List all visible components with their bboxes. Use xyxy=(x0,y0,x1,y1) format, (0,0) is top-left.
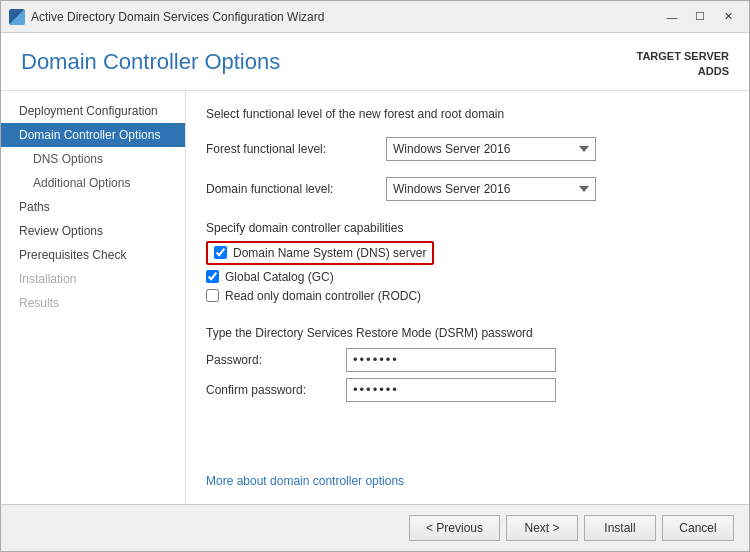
main-window: Active Directory Domain Services Configu… xyxy=(0,0,750,552)
functional-level-label: Select functional level of the new fores… xyxy=(206,107,729,121)
dns-checkbox-highlighted: Domain Name System (DNS) server xyxy=(206,241,434,265)
right-panel: Select functional level of the new fores… xyxy=(186,91,749,504)
capabilities-section: Specify domain controller capabilities D… xyxy=(206,221,729,308)
target-server-info: TARGET SERVER ADDS xyxy=(637,49,730,80)
sidebar-item-review[interactable]: Review Options xyxy=(1,219,185,243)
install-button[interactable]: Install xyxy=(584,515,656,541)
domain-level-select[interactable]: Windows Server 2016 Windows Server 2012 … xyxy=(386,177,596,201)
more-info-link[interactable]: More about domain controller options xyxy=(206,474,404,488)
dns-checkbox-row: Domain Name System (DNS) server xyxy=(214,246,426,260)
sidebar-item-results: Results xyxy=(1,291,185,315)
dsrm-title: Type the Directory Services Restore Mode… xyxy=(206,326,729,340)
sidebar-item-install: Installation xyxy=(1,267,185,291)
gc-checkbox-row: Global Catalog (GC) xyxy=(206,270,729,284)
page-title: Domain Controller Options xyxy=(21,49,280,75)
forest-level-select[interactable]: Windows Server 2016 Windows Server 2012 … xyxy=(386,137,596,161)
gc-label: Global Catalog (GC) xyxy=(225,270,334,284)
sidebar-item-dc-options[interactable]: Domain Controller Options xyxy=(1,123,185,147)
forest-level-row: Forest functional level: Windows Server … xyxy=(206,137,729,161)
window-controls: — ☐ ✕ xyxy=(659,7,741,27)
password-label: Password: xyxy=(206,353,346,367)
target-server-line1: TARGET SERVER xyxy=(637,50,730,62)
header-bar: Domain Controller Options TARGET SERVER … xyxy=(1,33,749,91)
rodc-label: Read only domain controller (RODC) xyxy=(225,289,421,303)
rodc-checkbox[interactable] xyxy=(206,289,219,302)
footer: < Previous Next > Install Cancel xyxy=(1,504,749,551)
confirm-password-input[interactable] xyxy=(346,378,556,402)
forest-level-label: Forest functional level: xyxy=(206,142,386,156)
maximize-button[interactable]: ☐ xyxy=(687,7,713,27)
sidebar-item-prereq[interactable]: Prerequisites Check xyxy=(1,243,185,267)
password-section: Type the Directory Services Restore Mode… xyxy=(206,326,729,408)
app-icon xyxy=(9,9,25,25)
password-row: Password: xyxy=(206,348,729,372)
domain-level-label: Domain functional level: xyxy=(206,182,386,196)
confirm-password-row: Confirm password: xyxy=(206,378,729,402)
main-content: Deployment Configuration Domain Controll… xyxy=(1,91,749,504)
dns-checkbox[interactable] xyxy=(214,246,227,259)
domain-level-row: Domain functional level: Windows Server … xyxy=(206,177,729,201)
capabilities-title: Specify domain controller capabilities xyxy=(206,221,729,235)
cancel-button[interactable]: Cancel xyxy=(662,515,734,541)
sidebar: Deployment Configuration Domain Controll… xyxy=(1,91,186,504)
sidebar-item-paths[interactable]: Paths xyxy=(1,195,185,219)
dns-label: Domain Name System (DNS) server xyxy=(233,246,426,260)
title-bar: Active Directory Domain Services Configu… xyxy=(1,1,749,33)
minimize-button[interactable]: — xyxy=(659,7,685,27)
sidebar-item-dns[interactable]: DNS Options xyxy=(1,147,185,171)
rodc-label-row: Read only domain controller (RODC) xyxy=(206,289,729,303)
password-input[interactable] xyxy=(346,348,556,372)
target-server-line2: ADDS xyxy=(698,65,729,77)
sidebar-item-deployment[interactable]: Deployment Configuration xyxy=(1,99,185,123)
rodc-checkbox-row: Read only domain controller (RODC) xyxy=(206,289,729,303)
sidebar-item-additional[interactable]: Additional Options xyxy=(1,171,185,195)
confirm-password-label: Confirm password: xyxy=(206,383,346,397)
previous-button[interactable]: < Previous xyxy=(409,515,500,541)
close-button[interactable]: ✕ xyxy=(715,7,741,27)
link-area: More about domain controller options xyxy=(206,463,729,488)
gc-checkbox[interactable] xyxy=(206,270,219,283)
gc-label-row: Global Catalog (GC) xyxy=(206,270,729,284)
window-title: Active Directory Domain Services Configu… xyxy=(31,10,659,24)
next-button[interactable]: Next > xyxy=(506,515,578,541)
